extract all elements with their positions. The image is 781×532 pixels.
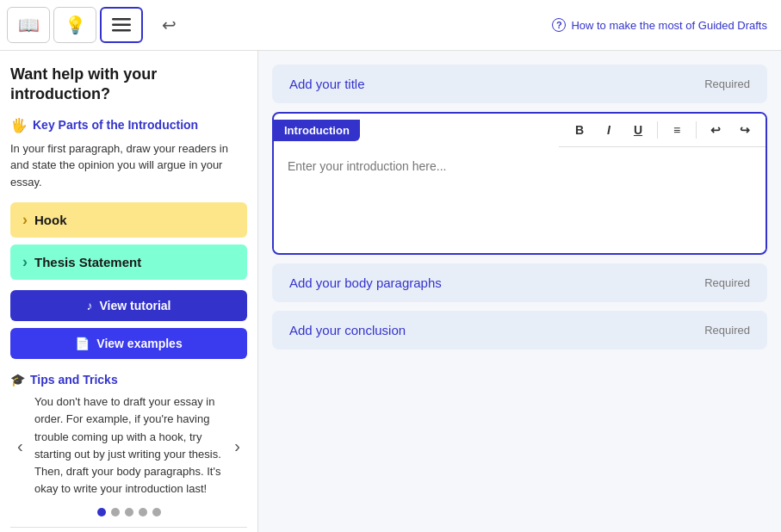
key-parts-icon: 🖐 bbox=[10, 117, 28, 133]
tutorial-label: View tutorial bbox=[100, 299, 171, 312]
body-required: Required bbox=[704, 276, 750, 289]
svg-rect-1 bbox=[112, 24, 131, 27]
conclusion-label: Add your conclusion bbox=[289, 323, 406, 337]
undo-button[interactable]: ↩ bbox=[702, 117, 729, 143]
carousel-prev-button[interactable]: ‹ bbox=[14, 432, 27, 459]
tab-group: 📖 💡 ↩ bbox=[7, 7, 184, 43]
hook-chevron-icon: › bbox=[22, 211, 28, 229]
body-label: Add your body paragraphs bbox=[289, 275, 442, 290]
title-required: Required bbox=[704, 77, 750, 90]
conclusion-required: Required bbox=[704, 324, 750, 337]
toolbar-separator-1 bbox=[657, 121, 658, 139]
underline-button[interactable]: U bbox=[624, 117, 652, 143]
help-icon: ? bbox=[552, 18, 566, 32]
intro-toolbar: B I U ≡ ↩ ↪ bbox=[559, 114, 766, 147]
thesis-chevron-icon: › bbox=[22, 253, 28, 271]
examples-label: View examples bbox=[96, 337, 182, 350]
carousel-next-button[interactable]: › bbox=[231, 432, 244, 459]
dot-3 bbox=[125, 508, 133, 517]
dot-2 bbox=[111, 508, 120, 517]
thesis-label: Thesis Statement bbox=[34, 255, 141, 269]
title-card[interactable]: Add your title Required bbox=[272, 65, 767, 103]
italic-button[interactable]: I bbox=[595, 117, 623, 143]
key-parts-description: In your first paragraph, draw your reade… bbox=[10, 140, 247, 191]
body-card[interactable]: Add your body paragraphs Required bbox=[272, 263, 767, 302]
dot-4 bbox=[139, 508, 147, 517]
title-placeholder: Add your title bbox=[289, 77, 365, 91]
tab-list[interactable] bbox=[100, 7, 143, 43]
introduction-textarea[interactable] bbox=[274, 147, 766, 251]
intro-top-bar: Introduction B I U ≡ ↩ ↪ bbox=[274, 114, 766, 147]
top-bar: 📖 💡 ↩ ? How to make the most of Guided D… bbox=[0, 0, 781, 51]
view-examples-button[interactable]: 📄 View examples bbox=[10, 328, 247, 359]
sidebar-title: Want help with your introduction? bbox=[10, 65, 247, 105]
svg-rect-0 bbox=[112, 18, 131, 21]
content-area: Add your title Required Introduction B I… bbox=[258, 51, 781, 532]
thesis-button[interactable]: › Thesis Statement bbox=[10, 244, 247, 280]
tab-lightbulb[interactable]: 💡 bbox=[53, 7, 96, 43]
back-button[interactable]: ↩ bbox=[153, 9, 184, 40]
key-parts-label: Key Parts of the Introduction bbox=[33, 118, 198, 132]
tips-carousel: ‹ You don't have to draft your essay in … bbox=[10, 393, 247, 498]
hook-button[interactable]: › Hook bbox=[10, 202, 247, 238]
help-text: How to make the most of Guided Drafts bbox=[571, 19, 767, 32]
main-layout: Want help with your introduction? 🖐 Key … bbox=[0, 51, 781, 532]
tips-icon: 🎓 bbox=[10, 373, 25, 387]
help-link[interactable]: ? How to make the most of Guided Drafts bbox=[552, 18, 767, 32]
intro-label-area: Introduction bbox=[274, 114, 360, 147]
tips-section: 🎓 Tips and Tricks ‹ You don't have to dr… bbox=[10, 373, 247, 517]
intro-label-tag: Introduction bbox=[274, 120, 360, 141]
dot-1 bbox=[97, 508, 106, 517]
bold-button[interactable]: B bbox=[566, 117, 593, 143]
tips-title: Tips and Tricks bbox=[30, 373, 118, 387]
hook-label: Hook bbox=[34, 213, 67, 227]
sidebar: Want help with your introduction? 🖐 Key … bbox=[0, 51, 258, 532]
conclusion-card[interactable]: Add your conclusion Required bbox=[272, 311, 767, 350]
tab-book[interactable]: 📖 bbox=[7, 7, 50, 43]
view-tutorial-button[interactable]: ♪ View tutorial bbox=[10, 290, 247, 321]
redo-button[interactable]: ↪ bbox=[731, 117, 759, 143]
dot-5 bbox=[152, 508, 161, 517]
tips-text: You don't have to draft your essay in or… bbox=[28, 393, 230, 498]
svg-rect-2 bbox=[112, 29, 131, 32]
examples-icon: 📄 bbox=[75, 337, 90, 350]
tips-header: 🎓 Tips and Tricks bbox=[10, 373, 247, 387]
sidebar-divider bbox=[10, 527, 247, 528]
key-parts-header: 🖐 Key Parts of the Introduction bbox=[10, 117, 247, 133]
toolbar-separator-2 bbox=[696, 121, 697, 139]
list-button[interactable]: ≡ bbox=[663, 117, 691, 143]
carousel-dots bbox=[10, 508, 247, 517]
introduction-card: Introduction B I U ≡ ↩ ↪ bbox=[272, 112, 767, 255]
tutorial-icon: ♪ bbox=[87, 299, 93, 312]
